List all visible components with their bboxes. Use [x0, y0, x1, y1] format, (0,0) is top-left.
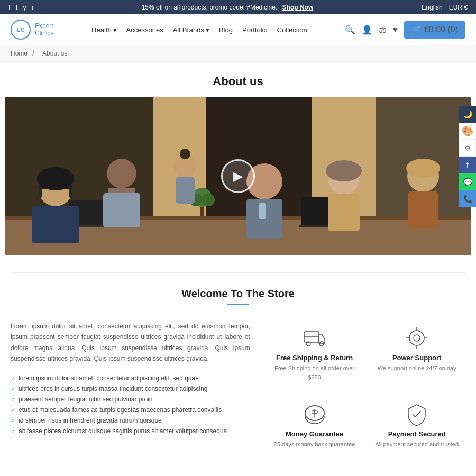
cart-button[interactable]: 🛒 €0.00 (0) [404, 21, 465, 39]
youtube-icon[interactable]: y [23, 3, 26, 11]
nav-health[interactable]: Health ▾ [91, 26, 117, 34]
logo-circle: EC [11, 20, 31, 40]
svg-point-35 [326, 160, 362, 181]
cart-icon: 🛒 [411, 25, 422, 35]
svg-point-34 [37, 167, 74, 190]
dark-mode-icon[interactable]: 🌙 [459, 106, 476, 123]
nav-allbrands[interactable]: All Brands ▾ [173, 26, 209, 34]
settings-icon[interactable]: ⚙ [459, 140, 476, 157]
top-bar-right: English EUR € [422, 4, 468, 11]
svg-rect-33 [259, 203, 266, 219]
chevron-down-icon: ▾ [206, 26, 209, 34]
svg-point-41 [414, 335, 420, 341]
list-item: id semper risus in hendrerit gravida rut… [11, 415, 250, 426]
payment-desc: All payment secured and trusted [371, 440, 463, 449]
play-button[interactable]: ▶ [221, 159, 255, 193]
chevron-down-icon: ▾ [113, 26, 117, 34]
support-title: Power Support [371, 354, 463, 362]
svg-rect-22 [108, 188, 135, 193]
video-section[interactable]: ▶ [5, 97, 471, 255]
svg-point-40 [409, 331, 424, 345]
phone-icon[interactable]: 📞 [459, 190, 476, 207]
content-left: Lorem ipsum dolor sit amet, consectetur … [11, 321, 250, 454]
welcome-divider [227, 304, 249, 305]
promo-text: 15% off on all products, promo code: #Me… [142, 4, 278, 11]
nav-accessories[interactable]: Accessories [126, 26, 163, 34]
compare-icon[interactable]: ⚖ [379, 25, 386, 35]
breadcrumb: Home / About us [0, 45, 476, 62]
logo[interactable]: EC Expert Clinics [11, 20, 53, 40]
money-desc: 25 days money back guarantee [269, 440, 361, 449]
whatsapp-icon[interactable]: 💬 [459, 173, 476, 190]
user-icon[interactable]: 👤 [362, 25, 372, 35]
search-icon[interactable]: 🔍 [345, 25, 355, 35]
wishlist-icon[interactable]: ♥ [392, 25, 398, 34]
shipping-title: Free Shipping & Return [269, 354, 361, 362]
svg-rect-30 [328, 194, 360, 231]
payment-title: Payment Secured [371, 430, 463, 438]
feature-support: Power Support We support online 24/7 on … [368, 321, 465, 387]
money-title: Money Guarantee [269, 430, 361, 438]
feature-payment: Payment Secured All payment secured and … [368, 397, 465, 454]
top-bar: f t y i 15% off on all products, promo c… [0, 0, 476, 14]
logo-text: Expert Clinics [35, 22, 53, 38]
list-item: abitasse platea dictumst quisque sagitti… [11, 426, 250, 436]
content-area: Lorem ipsum dolor sit amet, consectetur … [0, 310, 476, 465]
support-icon [371, 326, 463, 350]
svg-point-21 [107, 159, 136, 188]
promo-bar: 15% off on all products, promo code: #Me… [33, 4, 422, 11]
header: EC Expert Clinics Health ▾ Accessories A… [0, 14, 476, 45]
breadcrumb-separator: / [32, 50, 34, 57]
content-description: Lorem ipsum dolor sit amet, consectetur … [11, 321, 250, 364]
shipping-icon [269, 326, 361, 350]
support-desc: We support online 24/7 on day [371, 364, 463, 373]
page-title: About us [0, 62, 476, 97]
list-item: ultrices eros in cursus turpis massa tin… [11, 383, 250, 394]
nav-portfolio[interactable]: Portfolio [242, 26, 268, 34]
team-section: Our Team [0, 465, 476, 477]
main-nav: Health ▾ Accessories All Brands ▾ Blog P… [91, 26, 307, 34]
svg-rect-26 [176, 177, 195, 204]
feature-shipping: Free Shipping & Return Free Shipping on … [266, 321, 363, 387]
social-links[interactable]: f t y i [8, 3, 33, 11]
nav-blog[interactable]: Blog [219, 26, 233, 34]
language-selector[interactable]: English [422, 4, 442, 11]
svg-point-36 [406, 159, 440, 178]
shop-now-link[interactable]: Shop Now [282, 4, 314, 11]
list-item: etus et malesuada fames ac turpis egesta… [11, 405, 250, 415]
svg-rect-32 [408, 191, 438, 228]
welcome-title: Welcome To The Store [11, 272, 465, 300]
list-item: praesent semper feugiat nibh sed pulvina… [11, 394, 250, 405]
cart-amount: €0.00 (0) [424, 25, 458, 34]
color-picker-icon[interactable]: 🎨 [459, 123, 476, 140]
payment-icon [371, 402, 463, 426]
shipping-desc: Free Shipping on all order over $250 [269, 364, 361, 381]
feature-money: Money Guarantee 25 days money back guara… [266, 397, 363, 454]
welcome-section: Welcome To The Store [0, 255, 476, 310]
svg-point-25 [180, 149, 190, 159]
svg-rect-23 [103, 193, 140, 227]
breadcrumb-current: About us [42, 50, 67, 57]
content-list: lorem ipsum dolor sit amet, consectetur … [11, 373, 250, 436]
facebook-side-icon[interactable]: f [459, 157, 476, 173]
header-icons: 🔍 👤 ⚖ ♥ 🛒 €0.00 (0) [345, 21, 465, 39]
svg-point-39 [319, 342, 324, 346]
money-icon [269, 402, 361, 426]
side-icons: 🌙 🎨 ⚙ f 💬 📞 [459, 106, 476, 207]
svg-rect-20 [32, 206, 79, 243]
content-right: Free Shipping & Return Free Shipping on … [266, 321, 465, 454]
currency-selector[interactable]: EUR € [449, 4, 468, 11]
twitter-icon[interactable]: t [16, 3, 18, 11]
facebook-icon[interactable]: f [8, 3, 11, 11]
breadcrumb-home[interactable]: Home [11, 50, 28, 57]
nav-collection[interactable]: Collection [277, 26, 307, 34]
svg-point-15 [202, 194, 215, 206]
list-item: lorem ipsum dolor sit amet, consectetur … [11, 373, 250, 383]
